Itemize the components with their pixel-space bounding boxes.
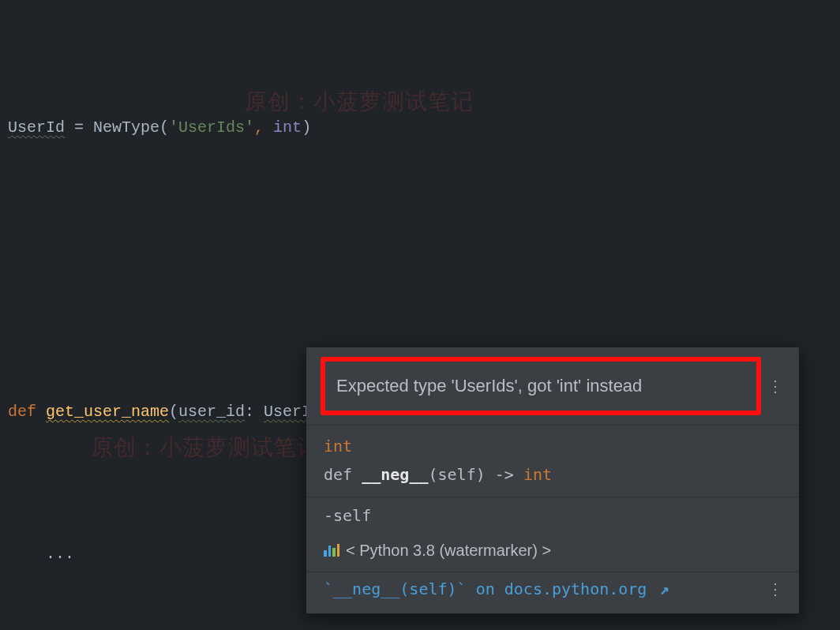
warning-message: Expected type 'UserIds', got 'int' inste… bbox=[321, 357, 761, 415]
type-name: int bbox=[324, 437, 352, 456]
kebab-icon[interactable]: ⋮ bbox=[761, 373, 789, 399]
kebab-icon[interactable]: ⋮ bbox=[761, 576, 789, 602]
signature-block: int def __neg__(self) -> int bbox=[306, 426, 799, 497]
type-int: int bbox=[273, 118, 302, 137]
keyword-def: def bbox=[8, 403, 46, 421]
interpreter-label: < Python 3.8 (watermarker) > bbox=[346, 537, 551, 564]
code-line[interactable] bbox=[8, 252, 832, 287]
variable-name: UserId bbox=[8, 118, 65, 137]
external-link-icon: ↗ bbox=[659, 579, 669, 598]
documentation-link[interactable]: `__neg__(self)` on docs.python.org ↗ bbox=[324, 576, 761, 602]
string-literal: 'UserIds' bbox=[169, 118, 254, 137]
bar-chart-icon bbox=[324, 544, 339, 557]
inspection-tooltip: Expected type 'UserIds', got 'int' inste… bbox=[306, 347, 799, 613]
call-name: NewType bbox=[93, 118, 159, 137]
ellipsis: ... bbox=[46, 545, 74, 563]
function-name: get_user_name bbox=[46, 403, 169, 421]
param-name: user_id bbox=[178, 403, 245, 421]
interpreter-row: < Python 3.8 (watermarker) > bbox=[306, 534, 799, 572]
code-line[interactable]: UserId = NewType('UserIds', int) bbox=[8, 110, 832, 145]
neg-self-row: -self bbox=[306, 497, 799, 534]
method-name: __neg__ bbox=[362, 465, 428, 484]
